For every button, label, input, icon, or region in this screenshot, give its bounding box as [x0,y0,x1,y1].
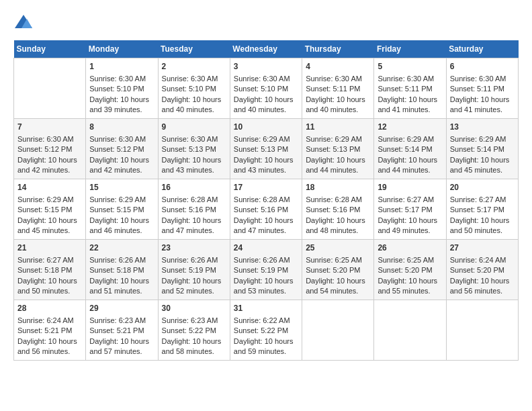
day-info-line: Sunset: 5:17 PM [378,205,442,215]
day-info-line: and 47 minutes. [162,226,226,236]
day-info-line: and 54 minutes. [306,286,370,296]
day-info-line: Daylight: 10 hours [378,276,442,286]
day-info-line: and 45 minutes. [17,226,82,236]
day-info-line: and 40 minutes. [306,105,370,115]
calendar-cell: 28Sunrise: 6:24 AMSunset: 5:21 PMDayligh… [14,300,86,361]
day-info-line: Daylight: 10 hours [450,155,515,165]
day-info-line: and 42 minutes. [17,165,82,175]
day-info-line: Sunset: 5:15 PM [17,205,82,215]
day-info-line: Daylight: 10 hours [17,276,82,286]
day-info-line: and 49 minutes. [378,226,442,236]
day-info-line: Daylight: 10 hours [162,276,226,286]
day-info-line: Sunset: 5:18 PM [17,265,82,275]
day-info-line: Daylight: 10 hours [306,155,370,165]
weekday-header: Sunday [14,40,86,58]
day-info-line: Sunset: 5:14 PM [378,144,442,154]
day-number: 24 [234,242,298,254]
day-number: 6 [450,61,515,73]
day-info-line: Sunrise: 6:30 AM [378,74,442,84]
logo-icon [13,13,34,34]
day-info-line: and 42 minutes. [89,165,154,175]
calendar-week-row: 21Sunrise: 6:27 AMSunset: 5:18 PMDayligh… [14,240,519,300]
day-info-line: and 39 minutes. [89,105,154,115]
day-info-line: Sunrise: 6:24 AM [450,255,515,265]
calendar-cell: 19Sunrise: 6:27 AMSunset: 5:17 PMDayligh… [374,179,446,240]
day-info-line: Daylight: 10 hours [378,155,442,165]
calendar-cell: 10Sunrise: 6:29 AMSunset: 5:13 PMDayligh… [230,119,302,179]
day-info-line: Sunrise: 6:29 AM [378,134,442,144]
day-info-line: Daylight: 10 hours [89,155,154,165]
day-info-line: Sunset: 5:12 PM [17,144,82,154]
weekday-header: Saturday [446,40,518,58]
day-info-line: Daylight: 10 hours [306,216,370,226]
day-info-line: Sunset: 5:20 PM [378,265,442,275]
calendar-cell: 15Sunrise: 6:29 AMSunset: 5:15 PMDayligh… [86,179,158,240]
day-number: 29 [89,303,154,314]
day-number: 15 [89,182,154,193]
day-info-line: and 50 minutes. [17,286,82,296]
calendar-cell: 17Sunrise: 6:28 AMSunset: 5:16 PMDayligh… [230,179,302,240]
day-info-line: Sunrise: 6:27 AM [450,195,515,205]
calendar-cell: 9Sunrise: 6:30 AMSunset: 5:13 PMDaylight… [158,119,230,179]
calendar-table: SundayMondayTuesdayWednesdayThursdayFrid… [13,40,519,361]
day-info-line: Daylight: 10 hours [234,216,298,226]
day-number: 7 [17,122,82,133]
day-info-line: Daylight: 10 hours [234,276,298,286]
day-info-line: Sunrise: 6:25 AM [306,255,370,265]
calendar-cell: 2Sunrise: 6:30 AMSunset: 5:10 PMDaylight… [158,58,230,119]
calendar-cell: 13Sunrise: 6:29 AMSunset: 5:14 PMDayligh… [446,119,518,179]
day-info-line: and 40 minutes. [162,105,226,115]
weekday-header: Friday [374,40,446,58]
page-header [13,13,519,34]
calendar-cell: 23Sunrise: 6:26 AMSunset: 5:19 PMDayligh… [158,240,230,300]
day-info-line: Sunrise: 6:29 AM [17,195,82,205]
day-info-line: Sunset: 5:21 PM [17,326,82,336]
calendar-cell [446,300,518,361]
day-number: 26 [378,242,442,254]
day-info-line: and 47 minutes. [234,226,298,236]
day-info-line: and 44 minutes. [306,165,370,175]
day-info-line: Sunset: 5:17 PM [450,205,515,215]
day-info-line: Daylight: 10 hours [17,216,82,226]
day-number: 31 [234,303,298,314]
day-info-line: Sunrise: 6:29 AM [234,134,298,144]
weekday-header: Tuesday [158,40,230,58]
day-info-line: and 44 minutes. [378,165,442,175]
day-number: 22 [89,242,154,254]
day-info-line: Sunset: 5:19 PM [162,265,226,275]
day-info-line: Sunrise: 6:30 AM [234,74,298,84]
day-info-line: Sunrise: 6:27 AM [17,255,82,265]
day-info-line: Daylight: 10 hours [306,276,370,286]
day-info-line: Sunset: 5:16 PM [306,205,370,215]
day-info-line: Sunset: 5:16 PM [162,205,226,215]
calendar-cell: 7Sunrise: 6:30 AMSunset: 5:12 PMDaylight… [14,119,86,179]
day-info-line: and 41 minutes. [450,105,515,115]
calendar-cell: 6Sunrise: 6:30 AMSunset: 5:11 PMDaylight… [446,58,518,119]
day-info-line: Sunrise: 6:30 AM [162,74,226,84]
day-number: 18 [306,182,370,193]
calendar-week-row: 7Sunrise: 6:30 AMSunset: 5:12 PMDaylight… [14,119,519,179]
calendar-cell: 4Sunrise: 6:30 AMSunset: 5:11 PMDaylight… [302,58,374,119]
day-info-line: Sunrise: 6:26 AM [234,255,298,265]
day-info-line: Sunset: 5:21 PM [89,326,154,336]
day-info-line: Sunrise: 6:27 AM [378,195,442,205]
day-info-line: and 46 minutes. [89,226,154,236]
day-info-line: Sunset: 5:13 PM [162,144,226,154]
day-info-line: Daylight: 10 hours [17,155,82,165]
weekday-header: Monday [86,40,158,58]
calendar-cell: 26Sunrise: 6:25 AMSunset: 5:20 PMDayligh… [374,240,446,300]
calendar-week-row: 14Sunrise: 6:29 AMSunset: 5:15 PMDayligh… [14,179,519,240]
calendar-cell: 31Sunrise: 6:22 AMSunset: 5:22 PMDayligh… [230,300,302,361]
day-info-line: Daylight: 10 hours [162,336,226,347]
day-info-line: Daylight: 10 hours [162,216,226,226]
day-info-line: Sunrise: 6:24 AM [17,316,82,326]
day-info-line: and 50 minutes. [450,226,515,236]
day-info-line: and 58 minutes. [162,347,226,357]
calendar-cell: 11Sunrise: 6:29 AMSunset: 5:13 PMDayligh… [302,119,374,179]
day-info-line: Sunset: 5:12 PM [89,144,154,154]
day-info-line: Daylight: 10 hours [234,155,298,165]
day-info-line: Sunrise: 6:30 AM [89,134,154,144]
day-info-line: Sunset: 5:10 PM [162,84,226,94]
calendar-cell [14,58,86,119]
day-info-line: Sunset: 5:10 PM [234,84,298,94]
